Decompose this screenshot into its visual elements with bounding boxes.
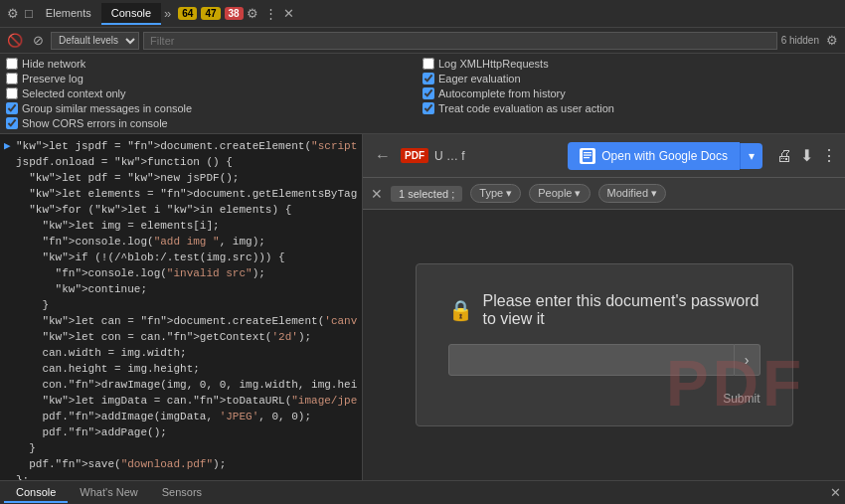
treat-code-checkbox[interactable] [422, 102, 434, 114]
svg-rect-1 [584, 152, 592, 153]
code-text: can.width = img.width; [16, 345, 187, 361]
tab-elements[interactable]: Elements [36, 3, 101, 25]
code-arrow [4, 456, 16, 472]
code-arrow [4, 250, 16, 265]
code-text: }; [16, 472, 29, 480]
code-arrow [4, 313, 16, 329]
code-text: "fn">console.log("add img ", img); [16, 234, 265, 250]
code-arrow [4, 361, 16, 377]
bottom-tab-sensors[interactable]: Sensors [150, 483, 214, 503]
clear-console-btn[interactable]: 🚫 [4, 32, 26, 49]
code-arrow [4, 281, 16, 297]
modified-filter-chip[interactable]: Modified ▾ [598, 184, 667, 203]
selected-context-checkbox[interactable] [6, 87, 18, 99]
people-filter-chip[interactable]: People ▾ [529, 184, 590, 203]
tab-console[interactable]: Console [101, 3, 161, 25]
group-similar-option[interactable]: Group similar messages in console [6, 102, 422, 114]
code-area[interactable]: ▶"kw">let jspdf = "fn">document.createEl… [0, 134, 362, 480]
type-filter-chip[interactable]: Type ▾ [470, 184, 521, 203]
options-panel: Hide network Preserve log Selected conte… [0, 54, 845, 134]
cors-errors-checkbox[interactable] [6, 117, 18, 129]
print-btn[interactable]: 🖨 [776, 146, 792, 165]
selected-context-option[interactable]: Selected context only [6, 87, 422, 99]
code-arrow [4, 202, 16, 218]
code-arrow [4, 393, 16, 409]
more-tabs-btn[interactable]: » [161, 5, 174, 22]
settings-filter-btn[interactable]: ⚙ [823, 32, 841, 49]
code-line: ▶"kw">let jspdf = "fn">document.createEl… [0, 138, 362, 154]
level-dropdown[interactable]: Default levels [51, 32, 139, 50]
code-text: "kw">let pdf = "kw">new jsPDF(); [16, 170, 239, 186]
cors-errors-option[interactable]: Show CORS errors in console [6, 117, 422, 129]
devtools-icon[interactable]: ⚙ [4, 5, 22, 22]
options-col-2: Log XMLHttpRequests Eager evaluation Aut… [422, 58, 839, 114]
filter-icon[interactable]: ⊘ [30, 32, 47, 49]
svg-rect-0 [583, 150, 592, 162]
group-similar-checkbox[interactable] [6, 102, 18, 114]
log-xml-checkbox[interactable] [422, 58, 434, 70]
code-line: "kw">let can = "fn">document.createEleme… [0, 313, 362, 329]
selected-context-label: Selected context only [22, 87, 126, 99]
autocomplete-checkbox[interactable] [422, 87, 434, 99]
code-text: can.height = img.height; [16, 361, 200, 377]
more-options-btn[interactable]: ⋮ [261, 5, 280, 22]
more-browser-btn[interactable]: ⋮ [821, 146, 837, 165]
options-col-1: Hide network Preserve log Selected conte… [6, 58, 422, 129]
filter-input[interactable] [143, 32, 777, 50]
devtools-icon2[interactable]: □ [22, 5, 36, 22]
open-docs-dropdown-btn[interactable]: ▾ [740, 143, 762, 169]
file-close-icon[interactable]: ✕ [371, 186, 383, 202]
code-arrow [4, 345, 16, 361]
bottom-tab-console[interactable]: Console [4, 483, 68, 503]
selected-sep: ; [451, 188, 454, 200]
treat-code-option[interactable]: Treat code evaluation as user action [422, 102, 839, 114]
code-text: "kw">let jspdf = "fn">document.createEle… [16, 138, 358, 154]
code-arrow [4, 170, 16, 186]
top-toolbar: ⚙ □ Elements Console » 64 47 38 ⚙ ⋮ ✕ [0, 0, 845, 28]
svg-rect-3 [584, 157, 590, 158]
svg-rect-2 [584, 154, 592, 155]
settings-btn[interactable]: ⚙ [244, 5, 261, 22]
preserve-log-label: Preserve log [22, 73, 84, 84]
code-arrow [4, 377, 16, 393]
filter-bar: 🚫 ⊘ Default levels 6 hidden ⚙ [0, 28, 845, 54]
code-text: pdf."fn">addImage(imgData, 'JPEG', 0, 0)… [16, 409, 311, 424]
code-arrow [4, 329, 16, 345]
code-line: pdf."fn">addImage(imgData, 'JPEG', 0, 0)… [0, 409, 362, 424]
close-devtools-btn[interactable]: ✕ [280, 5, 297, 22]
group-similar-label: Group similar messages in console [22, 102, 192, 114]
log-xml-option[interactable]: Log XMLHttpRequests [422, 58, 839, 70]
code-text: jspdf.onload = "kw">function () { [16, 154, 233, 170]
back-btn[interactable]: ← [371, 143, 395, 169]
preserve-log-option[interactable]: Preserve log [6, 73, 422, 84]
bottom-close-btn[interactable]: ✕ [830, 485, 841, 500]
code-line: "kw">for ("kw">let i "kw">in elements) { [0, 202, 362, 218]
hidden-badge: 6 hidden [781, 35, 819, 46]
code-line: pdf."fn">addPage(); [0, 424, 362, 440]
eager-eval-checkbox[interactable] [422, 73, 434, 84]
open-docs-group: Open with Google Docs ▾ [568, 142, 762, 170]
code-arrow [4, 472, 16, 480]
code-arrow [4, 154, 16, 170]
eager-eval-option[interactable]: Eager evaluation [422, 73, 839, 84]
code-line: "kw">let con = can."fn">getContext('2d')… [0, 329, 362, 345]
bottom-tab-whatsnew[interactable]: What's New [68, 483, 149, 503]
code-line: "kw">if (!(/^blob:/.test(img.src))) { [0, 250, 362, 265]
log-xml-label: Log XMLHttpRequests [438, 58, 549, 70]
main-content: ▶"kw">let jspdf = "fn">document.createEl… [0, 134, 845, 480]
open-docs-btn[interactable]: Open with Google Docs [568, 142, 740, 170]
code-text: con."fn">drawImage(img, 0, 0, img.width,… [16, 377, 358, 393]
code-line: }; [0, 472, 362, 480]
code-line: "kw">let img = elements[i]; [0, 218, 362, 234]
code-text: "kw">let img = elements[i]; [16, 218, 220, 234]
hide-network-checkbox[interactable] [6, 58, 18, 70]
devtools-panel: ▶"kw">let jspdf = "fn">document.createEl… [0, 134, 363, 480]
code-arrow [4, 218, 16, 234]
open-docs-label: Open with Google Docs [601, 149, 728, 163]
browser-actions: 🖨 ⬇ ⋮ [776, 146, 837, 165]
preserve-log-checkbox[interactable] [6, 73, 18, 84]
code-line: can.width = img.width; [0, 345, 362, 361]
hide-network-option[interactable]: Hide network [6, 58, 422, 70]
autocomplete-option[interactable]: Autocomplete from history [422, 87, 839, 99]
download-btn[interactable]: ⬇ [800, 146, 813, 165]
